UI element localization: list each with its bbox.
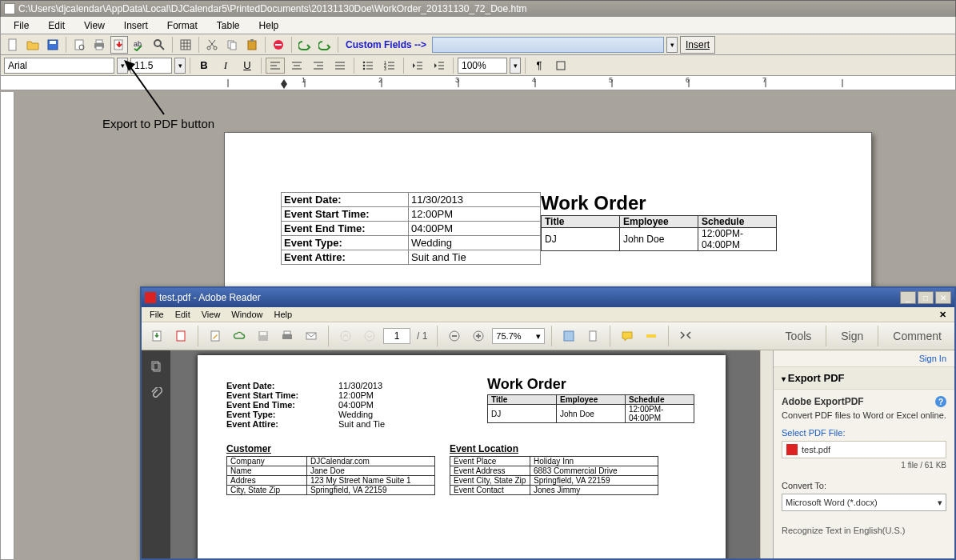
thumbnails-icon[interactable] [148, 358, 164, 374]
reader-save-copy-icon[interactable] [558, 326, 579, 346]
reader-menu-edit[interactable]: Edit [170, 309, 195, 320]
reader-zoom-out-icon[interactable] [444, 326, 465, 346]
insert-button[interactable]: Insert [680, 36, 715, 54]
size-dropdown-arrow-icon[interactable]: ▾ [174, 58, 186, 74]
reader-tools-button[interactable]: Tools [778, 330, 820, 342]
custom-fields-dropdown-arrow-icon[interactable]: ▾ [666, 37, 678, 53]
copy-icon[interactable] [223, 36, 241, 54]
new-doc-icon[interactable] [4, 36, 22, 54]
menu-view[interactable]: View [76, 18, 113, 33]
underline-button[interactable]: U [238, 58, 257, 74]
print-icon[interactable] [90, 36, 108, 54]
align-right-button[interactable] [309, 58, 328, 74]
indent-button[interactable] [430, 58, 449, 74]
font-size-select[interactable] [130, 58, 172, 74]
cut-icon[interactable] [203, 36, 221, 54]
close-button[interactable]: ✕ [935, 291, 951, 304]
reader-page-up-icon[interactable] [335, 326, 356, 346]
reader-sign-button[interactable]: Sign [833, 330, 871, 342]
help-icon[interactable]: ? [935, 396, 946, 407]
event-type-value: Wedding [409, 236, 541, 250]
bold-button[interactable]: B [194, 58, 214, 74]
spellcheck-icon[interactable]: ab [130, 36, 148, 54]
undo-icon[interactable] [296, 36, 314, 54]
reader-highlight-icon[interactable] [641, 326, 662, 346]
svg-point-41 [363, 67, 366, 70]
menu-edit[interactable]: Edit [40, 18, 73, 33]
font-dropdown-arrow-icon[interactable]: ▾ [117, 58, 128, 74]
minimize-button[interactable]: _ [900, 291, 916, 304]
sched-th-employee: Employee [620, 216, 698, 228]
reader-doc-close-icon[interactable]: ✕ [934, 309, 951, 321]
print-preview-icon[interactable] [70, 36, 88, 54]
reader-menu-view[interactable]: View [197, 309, 226, 320]
svg-rect-79 [177, 331, 185, 341]
attachments-icon[interactable] [148, 386, 164, 402]
pilcrow-button[interactable]: ¶ [530, 58, 549, 74]
custom-fields-dropdown[interactable] [432, 37, 664, 53]
zoom-dropdown-arrow-icon[interactable]: ▾ [510, 58, 521, 74]
insert-table-icon[interactable] [177, 36, 194, 54]
open-icon[interactable] [24, 36, 42, 54]
svg-rect-84 [284, 331, 290, 334]
event-start-label: Event Start Time: [281, 207, 409, 222]
menu-format[interactable]: Format [159, 18, 206, 33]
reader-menu-window[interactable]: Window [226, 309, 267, 320]
save-icon[interactable] [44, 36, 62, 54]
schedule-table: Title Employee Schedule DJ John Doe 12:0… [541, 215, 777, 251]
reader-page-total: / 1 [414, 330, 430, 342]
menu-table[interactable]: Table [209, 18, 248, 33]
reader-save-icon[interactable] [253, 326, 274, 346]
export-pdf-header[interactable]: Export PDF [774, 367, 954, 390]
convert-to-select[interactable]: Microsoft Word (*.docx) ▾ [782, 494, 946, 511]
annotation-label: Export to PDF button [102, 117, 214, 130]
outdent-button[interactable] [408, 58, 427, 74]
align-left-button[interactable] [266, 58, 285, 74]
signin-link[interactable]: Sign In [774, 350, 954, 367]
delete-icon[interactable] [270, 36, 287, 54]
reader-page-down-icon[interactable] [359, 326, 380, 346]
reader-read-mode-icon[interactable] [675, 326, 696, 346]
reader-doc-area[interactable]: Event Date:11/30/2013 Event Start Time:1… [170, 350, 774, 558]
bullet-list-button[interactable] [358, 58, 378, 74]
align-center-button[interactable] [287, 58, 306, 74]
reader-scrollbar[interactable] [760, 350, 773, 558]
reader-nav-strip [142, 350, 170, 558]
menu-file[interactable]: File [6, 18, 37, 33]
maximize-button[interactable]: □ [918, 291, 934, 304]
selected-file-box[interactable]: test.pdf [782, 441, 946, 458]
reader-page-input[interactable] [383, 328, 410, 344]
reader-menu-help[interactable]: Help [269, 309, 297, 320]
reader-zoom-in-icon[interactable] [468, 326, 489, 346]
event-end-value: 04:00PM [409, 222, 541, 236]
special-char-button[interactable] [551, 58, 570, 74]
location-heading: Event Location [450, 443, 658, 454]
reader-export-icon[interactable] [146, 326, 167, 346]
custom-fields-label: Custom Fields --> [342, 39, 430, 50]
svg-line-19 [210, 40, 215, 47]
reader-create-icon[interactable] [170, 326, 191, 346]
editor-toolbar-1: ab Custom Fields --> ▾ Insert [0, 34, 956, 55]
font-name-select[interactable] [4, 58, 114, 74]
reader-comment-button[interactable]: Comment [885, 330, 950, 342]
zoom-select[interactable] [458, 58, 507, 74]
number-list-button[interactable]: 123 [380, 58, 399, 74]
menu-insert[interactable]: Insert [116, 18, 156, 33]
export-pdf-icon[interactable] [110, 36, 128, 54]
reader-page-fit-icon[interactable] [582, 326, 603, 346]
find-icon[interactable] [150, 36, 168, 54]
menu-help[interactable]: Help [251, 18, 287, 33]
reader-mail-icon[interactable] [301, 326, 322, 346]
chevron-down-icon: ▾ [938, 498, 942, 508]
redo-icon[interactable] [316, 36, 334, 54]
reader-menu-file[interactable]: File [145, 309, 169, 320]
reader-print-icon[interactable] [277, 326, 298, 346]
italic-button[interactable]: I [216, 58, 235, 74]
reader-cloud-icon[interactable] [229, 326, 250, 346]
reader-comment-icon[interactable] [617, 326, 638, 346]
reader-zoom-select[interactable]: 75.7%▾ [492, 328, 545, 344]
paste-icon[interactable] [243, 36, 261, 54]
align-justify-button[interactable] [330, 58, 350, 74]
svg-line-11 [160, 46, 164, 50]
reader-edit-icon[interactable] [205, 326, 226, 346]
